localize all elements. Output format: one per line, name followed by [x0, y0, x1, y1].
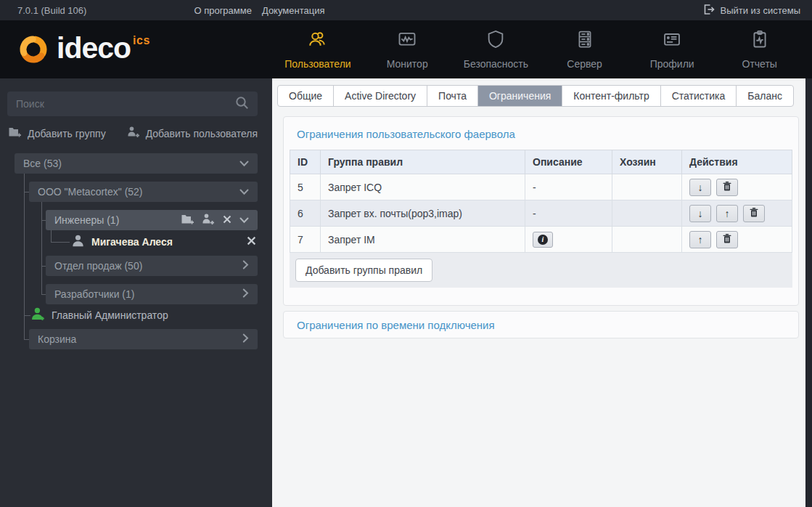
- logo-brand: ideco: [57, 32, 131, 64]
- tab-mail[interactable]: Почта: [427, 86, 478, 106]
- tree-group-sales-label: Отдел продаж (50): [54, 260, 142, 272]
- tree-group-sales[interactable]: Отдел продаж (50): [46, 256, 258, 276]
- delete-button[interactable]: [716, 179, 738, 196]
- move-up-button[interactable]: ↑: [689, 231, 711, 248]
- about-link[interactable]: О программе: [194, 5, 252, 16]
- user-tree-sidebar: Добавить группу Добавить пользователя Вс…: [0, 78, 272, 507]
- move-down-button[interactable]: ↓: [689, 179, 711, 196]
- arrow-up-icon: ↑: [724, 208, 729, 219]
- cell-description: i: [525, 227, 612, 253]
- tree-group-developers[interactable]: Разработчики (1): [46, 284, 258, 304]
- chevron-right-icon[interactable]: [242, 333, 249, 345]
- chevron-right-icon[interactable]: [242, 288, 249, 300]
- topbar: 7.0.1 (Build 106) О программе Документац…: [0, 0, 812, 20]
- time-restrictions-panel: Ограничения по времени подключения: [283, 311, 799, 338]
- tab-content-filter[interactable]: Контент-фильтр: [562, 86, 660, 106]
- cell-group: Запрет вх. почты(pop3,imap): [321, 200, 525, 227]
- id-card-icon: [661, 29, 683, 52]
- ideco-ics-app: 7.0.1 (Build 106) О программе Документац…: [0, 0, 812, 507]
- nav-item-profiles[interactable]: Профили: [641, 29, 703, 70]
- logo[interactable]: ideco ics: [17, 32, 150, 68]
- tree-admin-item[interactable]: Главный Администратор: [30, 306, 248, 325]
- add-user-icon: [128, 126, 140, 140]
- nav-item-reports[interactable]: Отчеты: [729, 29, 791, 70]
- tab-active-directory[interactable]: Active Directory: [334, 86, 427, 106]
- cell-id: 7: [290, 227, 321, 253]
- logout-label: Выйти из системы: [720, 5, 800, 16]
- time-panel-title[interactable]: Ограничения по времени подключения: [284, 319, 508, 331]
- tab-general[interactable]: Общие: [278, 86, 334, 106]
- cell-actions: ↑: [682, 227, 792, 253]
- server-icon: [574, 29, 596, 52]
- tree-group-company[interactable]: ООО "Metacortex" (52): [29, 182, 258, 202]
- column-header-description: Описание: [525, 150, 612, 174]
- chevron-down-icon[interactable]: [239, 214, 249, 226]
- user-tabs: Общие Active Directory Почта Ограничения…: [277, 85, 794, 107]
- logout-button[interactable]: Выйти из системы: [703, 4, 800, 17]
- documentation-link[interactable]: Документация: [262, 5, 325, 16]
- delete-button[interactable]: [716, 231, 738, 248]
- tab-restrictions[interactable]: Ограничения: [478, 86, 562, 106]
- tree-connector: [24, 315, 30, 316]
- nav-label-security: Безопасность: [464, 58, 528, 70]
- chevron-right-icon[interactable]: [242, 260, 249, 272]
- cell-description: -: [525, 200, 612, 227]
- main-content: Общие Active Directory Почта Ограничения…: [272, 78, 805, 507]
- info-button[interactable]: i: [533, 232, 553, 248]
- users-icon: [307, 29, 329, 52]
- firewall-rules-table: ID Группа правил Описание Хозяин Действи…: [290, 150, 792, 253]
- tree-connector: [24, 192, 29, 192]
- tree-group-engineers[interactable]: Инженеры (1): [46, 210, 258, 230]
- nav-label-reports: Отчеты: [742, 58, 777, 70]
- move-up-button[interactable]: ↑: [716, 205, 738, 222]
- tab-statistics[interactable]: Статистика: [661, 86, 737, 106]
- add-subgroup-icon[interactable]: [181, 214, 194, 227]
- search-box[interactable]: [7, 92, 258, 116]
- nav-label-profiles: Профили: [650, 58, 694, 70]
- tree-connector: [24, 339, 29, 340]
- column-header-id: ID: [290, 150, 321, 174]
- tree-group-all[interactable]: Все (53): [15, 153, 258, 174]
- trash-icon: [750, 208, 758, 219]
- arrow-up-icon: ↑: [698, 234, 703, 246]
- logo-swirl-icon: [17, 33, 49, 68]
- cell-owner: [612, 174, 682, 200]
- cell-actions: ↓: [682, 174, 792, 200]
- table-row: 6 Запрет вх. почты(pop3,imap) - ↓ ↑: [290, 200, 792, 227]
- cell-owner: [612, 200, 682, 227]
- delete-group-icon[interactable]: [223, 214, 231, 226]
- delete-button[interactable]: [743, 205, 765, 222]
- add-group-button[interactable]: Добавить группу: [9, 126, 106, 140]
- nav-item-server[interactable]: Сервер: [554, 29, 616, 70]
- trash-icon: [723, 182, 731, 193]
- add-rule-group-button[interactable]: Добавить группы правил: [295, 259, 432, 282]
- firewall-panel-title[interactable]: Ограничения пользовательского фаервола: [284, 117, 798, 150]
- move-down-button[interactable]: ↓: [689, 205, 711, 222]
- tree-group-engineers-label: Инженеры (1): [54, 214, 119, 226]
- tree-admin-label: Главный Администратор: [52, 309, 168, 321]
- delete-user-icon[interactable]: [247, 235, 256, 248]
- chevron-down-icon[interactable]: [239, 158, 249, 169]
- table-footer: Добавить группы правил: [290, 253, 792, 288]
- tab-balance[interactable]: Баланс: [737, 86, 793, 106]
- nav-item-users[interactable]: Пользователи: [284, 29, 350, 70]
- nav-item-security[interactable]: Безопасность: [464, 29, 528, 70]
- add-user-to-group-icon[interactable]: [202, 214, 215, 227]
- user-icon: [71, 234, 85, 251]
- right-edge-strip: [805, 78, 812, 507]
- tree-group-all-label: Все (53): [23, 158, 62, 169]
- arrow-down-icon: ↓: [698, 208, 703, 219]
- column-header-actions: Действия: [682, 150, 792, 174]
- search-input[interactable]: [16, 98, 235, 110]
- search-icon[interactable]: [235, 96, 249, 113]
- add-user-button[interactable]: Добавить пользователя: [128, 126, 258, 140]
- cell-owner: [612, 227, 682, 253]
- monitor-icon: [396, 29, 418, 52]
- tree-user-item[interactable]: Мигачева Алеся: [71, 232, 258, 251]
- nav-item-monitor[interactable]: Монитор: [376, 29, 438, 70]
- chevron-down-icon[interactable]: [239, 186, 249, 198]
- add-group-label: Добавить группу: [28, 128, 106, 139]
- add-group-icon: [9, 126, 22, 140]
- tree-group-company-label: ООО "Metacortex" (52): [38, 186, 143, 198]
- tree-group-trash[interactable]: Корзина: [29, 329, 258, 349]
